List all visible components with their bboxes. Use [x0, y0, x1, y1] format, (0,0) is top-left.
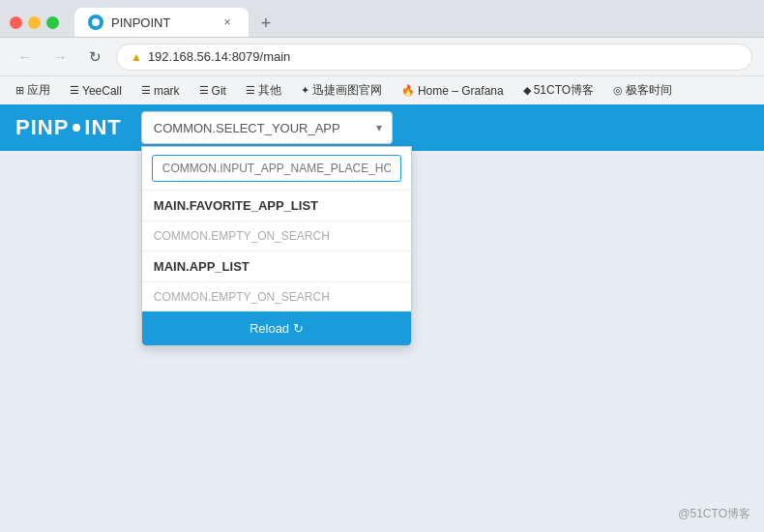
geek-icon: ◎ [613, 84, 623, 97]
tab-close-btn[interactable]: × [220, 15, 235, 30]
window-minimize-btn[interactable] [28, 16, 41, 29]
address-bar: ← → ↻ ▲ 192.168.56.14:8079/main [0, 37, 764, 75]
bookmark-mark-label: mark [154, 84, 180, 98]
bookmark-git[interactable]: ☰ Git [195, 82, 230, 100]
app-selector-dropdown[interactable]: COMMON.SELECT_YOUR_APP ▾ MAIN.FAVORITE_A… [141, 111, 393, 144]
app-nav: PINPINT COMMON.SELECT_YOUR_APP ▾ MAIN.FA… [0, 104, 764, 151]
refresh-button[interactable]: ↻ [81, 44, 108, 71]
bookmark-yeecall-label: YeeCall [82, 84, 122, 98]
bookmark-mark[interactable]: ☰ mark [137, 82, 184, 100]
folder-icon-2: ☰ [141, 84, 151, 97]
title-bar: PINPOINT × + [0, 0, 764, 37]
bookmark-xunjie[interactable]: ✦ 迅捷画图官网 [297, 80, 386, 101]
active-tab[interactable]: PINPOINT × [74, 8, 249, 37]
bookmark-51cto[interactable]: ◆ 51CTO博客 [519, 80, 598, 101]
address-text: 192.168.56.14:8079/main [148, 49, 290, 64]
bookmark-xunjie-label: 迅捷画图官网 [312, 82, 382, 99]
bookmark-grafana[interactable]: 🔥 Home – Grafana [397, 82, 508, 100]
xunjie-icon: ✦ [301, 84, 309, 97]
logo-text-2: INT [84, 115, 121, 140]
window-controls [10, 16, 59, 29]
grafana-icon: 🔥 [401, 84, 415, 97]
dropdown-search-area [142, 147, 411, 191]
app-list-empty-label: COMMON.EMPTY_ON_SEARCH [142, 282, 411, 311]
bookmark-geek[interactable]: ◎ 极客时间 [609, 80, 676, 101]
folder-icon-3: ☰ [199, 84, 209, 97]
bookmark-51cto-label: 51CTO博客 [534, 82, 594, 99]
watermark: @51CTO博客 [678, 506, 750, 522]
folder-icon-4: ☰ [246, 84, 255, 97]
dropdown-panel: MAIN.FAVORITE_APP_LIST COMMON.EMPTY_ON_S… [141, 146, 412, 346]
folder-icon-1: ☰ [70, 84, 79, 97]
reload-label: Reload ↻ [250, 321, 304, 336]
bookmark-apps[interactable]: ⊞ 应用 [12, 80, 54, 101]
reload-button[interactable]: Reload ↻ [142, 311, 411, 345]
window-close-btn[interactable] [10, 16, 22, 29]
app-container: PINPINT COMMON.SELECT_YOUR_APP ▾ MAIN.FA… [0, 104, 764, 532]
security-icon: ▲ [131, 50, 142, 64]
bookmark-apps-label: 应用 [27, 82, 50, 99]
bookmark-geek-label: 极客时间 [626, 82, 672, 99]
apps-icon: ⊞ [15, 84, 24, 97]
window-maximize-btn[interactable] [46, 16, 59, 29]
back-button[interactable]: ← [12, 44, 39, 71]
dropdown-arrow-icon: ▾ [376, 121, 382, 134]
bookmarks-bar: ⊞ 应用 ☰ YeeCall ☰ mark ☰ Git ☰ 其他 ✦ 迅捷画图官… [0, 75, 764, 104]
new-tab-button[interactable]: + [252, 10, 279, 37]
favorite-app-list-header: MAIN.FAVORITE_APP_LIST [142, 191, 411, 221]
app-search-input[interactable] [152, 155, 401, 182]
forward-button[interactable]: → [46, 44, 73, 71]
bookmark-other-label: 其他 [258, 82, 281, 99]
bookmark-grafana-label: Home – Grafana [418, 84, 504, 98]
bookmark-other[interactable]: ☰ 其他 [242, 80, 285, 101]
bookmark-yeecall[interactable]: ☰ YeeCall [66, 82, 126, 100]
logo-dot-icon [73, 124, 80, 132]
tab-favicon [88, 15, 103, 30]
dropdown-trigger[interactable]: COMMON.SELECT_YOUR_APP ▾ [141, 111, 393, 144]
address-input[interactable]: ▲ 192.168.56.14:8079/main [116, 44, 752, 71]
51cto-icon: ◆ [523, 84, 531, 97]
tab-title: PINPOINT [111, 15, 170, 30]
app-logo: PINPINT [15, 115, 122, 140]
tab-bar: PINPOINT × + [74, 8, 279, 37]
dropdown-placeholder: COMMON.SELECT_YOUR_APP [154, 121, 340, 135]
bookmark-git-label: Git [212, 84, 226, 98]
app-list-header: MAIN.APP_LIST [142, 251, 411, 281]
favorite-empty-label: COMMON.EMPTY_ON_SEARCH [142, 222, 411, 251]
logo-text-1: PINP [15, 115, 69, 140]
